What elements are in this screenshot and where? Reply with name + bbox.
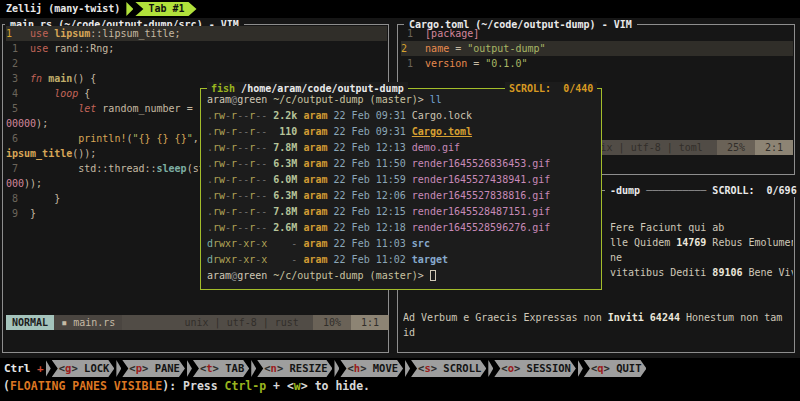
terminal-row: .rw-r--r-- 7.8M aram 22 Feb 12:13 demo.g… — [207, 140, 597, 156]
keybar-item-move[interactable]: <h> MOVE — [340, 360, 403, 377]
tab-arrow-icon — [126, 2, 133, 16]
terminal-row: 1 use lipsum::lipsum_title; — [6, 26, 387, 41]
scroll-indicator-output-dump: SCROLL: 0/696 — [706, 185, 796, 196]
statusline-filename-left: ▪ main.rs — [54, 315, 122, 330]
terminal-row: drwxr-xr-x - aram 22 Feb 11:03 src — [207, 236, 597, 252]
vim-mode-left: NORMAL — [6, 315, 54, 330]
statusline-position-right: 2:1 — [755, 140, 793, 155]
terminal-row: 1 use rand::Rng; — [6, 41, 387, 56]
statusline-percent-left: 10% — [313, 315, 351, 330]
hint-key-ctrl-p: Ctrl-p — [225, 379, 267, 393]
hint-mid: + < — [266, 379, 294, 393]
floating-panes-hint: (FLOATING PANES VISIBLE): Press Ctrl-p +… — [3, 379, 370, 394]
terminal-row: .rw-r--r-- 2.2k aram 22 Feb 09:31 Cargo.… — [207, 108, 597, 124]
keybar-arrow-icon — [334, 360, 339, 377]
keybar-arrow-icon — [488, 360, 493, 377]
keybar-items: <g> LOCK<p> PANE<t> TAB<n> RESIZE<h> MOV… — [44, 362, 647, 374]
terminal-row: 2 — [6, 56, 387, 71]
terminal-row: drwxr-xr-x - aram 22 Feb 11:02 target — [207, 252, 597, 268]
keybar-item-scroll[interactable]: <s> SCROLL — [411, 360, 486, 377]
hint-badge: FLOATING PANES VISIBLE — [10, 379, 162, 393]
terminal-row: 1 version = "0.1.0" — [401, 56, 793, 71]
keybar-prefix: Ctrl — [0, 362, 31, 375]
terminal-row: .rw-r--r-- 7.8M aram 22 Feb 12:15 render… — [207, 204, 597, 220]
keybar-arrow-icon — [578, 360, 583, 377]
line-number: 1 — [401, 58, 425, 69]
line-number: 2 — [6, 58, 30, 69]
terminal-row: .rw-r--r-- 6.3M aram 22 Feb 11:50 render… — [207, 156, 597, 172]
statusline-percent-right: 25% — [717, 140, 755, 155]
session-name: Zellij (many-twist) — [6, 3, 120, 14]
terminal-row: .rw-r--r-- 110 aram 22 Feb 09:31 Cargo.t… — [207, 124, 597, 140]
pane-title-dashes: ────────── — [646, 185, 706, 196]
line-number: 5 — [6, 103, 30, 114]
terminal-row: 2 name = "output-dump" — [401, 41, 793, 56]
tab-1[interactable]: Tab #1 — [135, 2, 196, 16]
keybar-arrow-icon — [251, 360, 256, 377]
hint-close-paren: ): — [162, 379, 183, 393]
hint-end: > to hide. — [301, 379, 370, 393]
keybar-arrow-icon — [405, 360, 410, 377]
line-number: 2 — [401, 43, 425, 54]
line-number: 1 — [6, 43, 30, 54]
hint-open-paren: ( — [3, 379, 10, 393]
editor-cargo-toml[interactable]: 1 [package]2 name = "output-dump" 1 vers… — [401, 26, 793, 71]
keybar-prefix-plus: + — [31, 362, 44, 375]
terminal-row: .rw-r--r-- 2.6M aram 22 Feb 12:18 render… — [207, 220, 597, 236]
line-number: 7 — [6, 163, 30, 174]
statusline-spacer — [122, 315, 184, 330]
hint-press: Press — [183, 379, 225, 393]
terminal-row: aram@green ~/c/output-dump (master)> — [207, 268, 597, 284]
terminal-row: id — [403, 325, 793, 340]
keybar-item-lock[interactable]: <g> LOCK — [52, 360, 115, 377]
terminal-fish[interactable]: aram@green ~/c/output-dump (master)> ll.… — [207, 92, 597, 284]
line-number: 1 — [6, 28, 30, 39]
keybar-arrow-icon — [116, 360, 121, 377]
terminal-row: aram@green ~/c/output-dump (master)> ll — [207, 92, 597, 108]
keybar-arrow-icon — [187, 360, 192, 377]
statusline-fileinfo-right: unix | utf-8 | toml — [588, 140, 702, 155]
keybinding-bar: Ctrl +<g> LOCK<p> PANE<t> TAB<n> RESIZE<… — [0, 360, 800, 377]
line-number: 8 — [6, 193, 30, 204]
keybar-item-quit[interactable]: <q> QUIT — [584, 360, 647, 377]
line-number: 3 — [6, 73, 30, 84]
keybar-item-pane[interactable]: <p> PANE — [122, 360, 185, 377]
keybar-item-tab[interactable]: <t> TAB — [193, 360, 249, 377]
statusline-fileinfo-left: unix | utf-8 | rust — [184, 315, 298, 330]
statusline-main-rs: NORMAL▪ main.rsunix | utf-8 | rust10%1:1 — [6, 315, 389, 330]
tab-bar: Zellij (many-twist)Tab #1 — [0, 0, 800, 18]
line-number: 1 — [401, 28, 425, 39]
keybar-item-resize[interactable]: <n> RESIZE — [257, 360, 332, 377]
pane-title-fragment: -dump — [610, 185, 646, 196]
terminal-row — [403, 295, 793, 310]
keybar-arrow-icon — [46, 360, 51, 377]
terminal-row: 1 [package] — [401, 26, 793, 41]
zellij-screen: Zellij (many-twist)Tab #1 main.rs (~/cod… — [0, 0, 800, 401]
line-number: 4 — [6, 88, 30, 99]
terminal-row: .rw-r--r-- 6.0M aram 22 Feb 11:59 render… — [207, 172, 597, 188]
line-number: 9 — [6, 208, 30, 219]
statusline-position-left: 1:1 — [351, 315, 389, 330]
pane-title-output-dump: -dump ────────── SCROLL: 0/696 — [605, 184, 800, 197]
keybar-item-session[interactable]: <o> SESSION — [494, 360, 576, 377]
terminal-row: .rw-r--r-- 6.3M aram 22 Feb 12:06 render… — [207, 188, 597, 204]
hint-key-w: w — [294, 379, 301, 393]
terminal-row: Ad Verbum e Graecis Expressas non Inviti… — [403, 310, 793, 325]
line-number: 6 — [6, 133, 30, 144]
